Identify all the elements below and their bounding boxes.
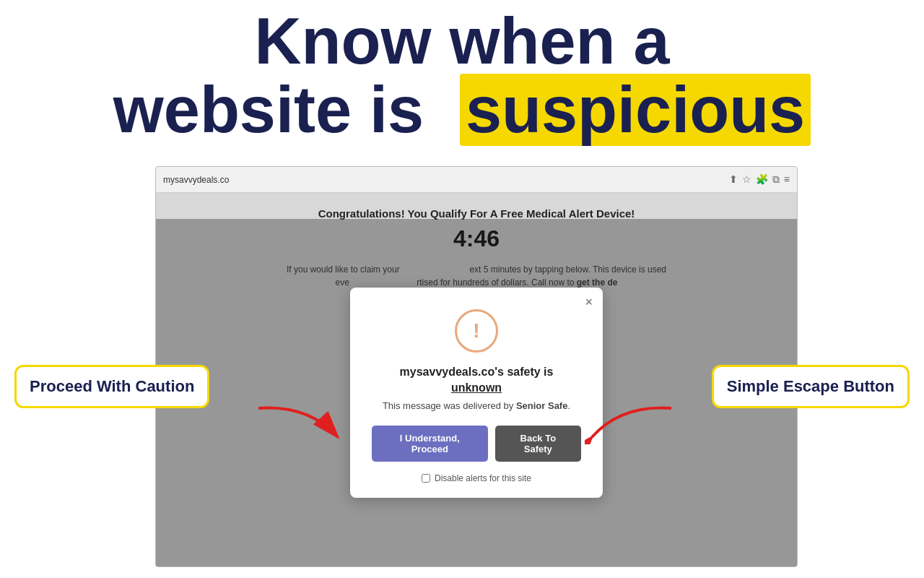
- header-section: Know when a website is suspicious: [0, 0, 924, 144]
- star-icon: ☆: [742, 173, 751, 186]
- warning-icon: !: [455, 309, 498, 353]
- modal-brand: Senior Safe: [516, 400, 568, 411]
- modal-overlay: × ! mysavvydeals.co's safety is unknown …: [156, 219, 797, 566]
- window-icon: ⧉: [772, 173, 780, 186]
- callout-left: Proceed With Caution: [14, 365, 209, 408]
- modal-buttons: I Understand, Proceed Back To Safety: [372, 426, 581, 462]
- browser-url: mysavvydeals.co: [163, 175, 723, 185]
- browser-bar: mysavvydeals.co ⬆ ☆ 🧩 ⧉ ≡: [156, 167, 797, 193]
- browser-content: Congratulations! You Qualify For A Free …: [156, 193, 797, 566]
- modal-title-line1: mysavvydeals.co's safety is: [400, 366, 554, 378]
- proceed-button[interactable]: I Understand, Proceed: [372, 426, 488, 462]
- modal-suffix: .: [567, 400, 570, 411]
- menu-icon: ≡: [784, 173, 790, 186]
- modal-subtitle: This message was delivered by Senior Saf…: [372, 400, 581, 411]
- callout-left-text: Proceed With Caution: [30, 377, 194, 395]
- modal-box: × ! mysavvydeals.co's safety is unknown …: [350, 288, 603, 499]
- modal-close-button[interactable]: ×: [585, 295, 593, 310]
- headline-prefix: website is: [113, 74, 424, 146]
- headline-line1-text: Know when a: [254, 5, 669, 77]
- modal-subtitle-prefix: This message was delivered by: [383, 400, 513, 411]
- disable-alerts-checkbox[interactable]: [422, 474, 430, 483]
- puzzle-icon: 🧩: [756, 173, 768, 186]
- back-to-safety-button[interactable]: Back To Safety: [495, 426, 581, 462]
- modal-title: mysavvydeals.co's safety is unknown: [372, 364, 581, 397]
- page-title-text: Congratulations! You Qualify For A Free …: [318, 207, 635, 220]
- arrow-right-icon: [585, 401, 679, 444]
- modal-title-unknown: unknown: [451, 381, 502, 394]
- headline-line2: website is suspicious: [14, 76, 910, 144]
- headline-highlight: suspicious: [460, 74, 811, 146]
- browser-icons: ⬆ ☆ 🧩 ⧉ ≡: [729, 173, 790, 186]
- callout-right: Simple Escape Button: [712, 365, 910, 408]
- disable-alerts-label: Disable alerts for this site: [435, 473, 531, 483]
- headline-line1: Know when a: [14, 7, 910, 76]
- modal-checkbox-area[interactable]: Disable alerts for this site: [372, 473, 581, 483]
- share-icon: ⬆: [729, 173, 738, 186]
- arrow-left-icon: [251, 401, 345, 444]
- callout-right-text: Simple Escape Button: [727, 377, 894, 395]
- browser-window: mysavvydeals.co ⬆ ☆ 🧩 ⧉ ≡ Congratulation…: [155, 166, 798, 567]
